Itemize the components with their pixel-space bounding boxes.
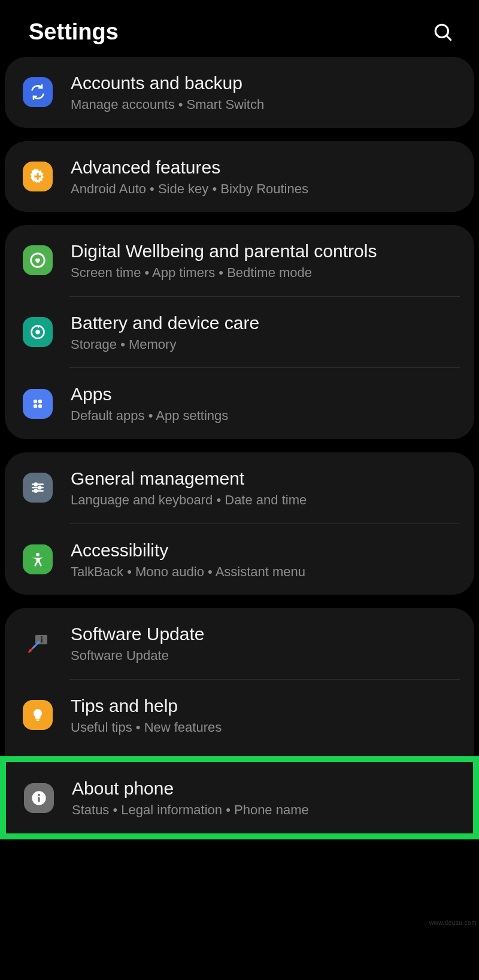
item-subtitle: Status • Legal information • Phone name [72,802,459,819]
svg-point-9 [34,404,37,407]
settings-item-battery-device-care[interactable]: Battery and device care Storage • Memory [5,297,474,368]
settings-group: Accounts and backup Manage accounts • Sm… [5,57,474,128]
item-title: Software Update [71,622,460,646]
settings-group: General management Language and keyboard… [5,452,474,595]
watermark: www.deusu.com [429,920,477,926]
settings-item-advanced-features[interactable]: Advanced features Android Auto • Side ke… [5,141,474,212]
item-text: About phone Status • Legal information •… [72,777,459,819]
item-text: Accessibility TalkBack • Mono audio • As… [71,538,460,581]
item-title: Advanced features [71,156,460,179]
svg-point-20 [41,636,43,638]
item-text: Battery and device care Storage • Memory [71,311,460,354]
item-title: About phone [72,777,459,800]
heart-circle-icon [23,245,53,275]
info-icon [24,783,54,813]
settings-group: Software Update Software Update Tips and… [5,608,474,756]
svg-point-8 [38,399,42,403]
item-subtitle: Screen time • App timers • Bedtime mode [71,264,460,282]
settings-item-digital-wellbeing[interactable]: Digital Wellbeing and parental controls … [5,225,474,296]
item-text: Apps Default apps • App settings [71,382,460,425]
svg-point-14 [35,483,37,486]
svg-point-10 [38,404,42,407]
svg-point-7 [34,399,37,403]
item-text: Tips and help Useful tips • New features [71,694,460,736]
settings-item-apps[interactable]: Apps Default apps • App settings [5,368,474,439]
item-title: Digital Wellbeing and parental controls [71,239,460,263]
settings-item-software-update[interactable]: Software Update Software Update [5,608,474,679]
item-title: Apps [71,382,460,406]
dots-four-icon [23,389,53,419]
item-text: Digital Wellbeing and parental controls … [71,239,460,282]
item-text: Accounts and backup Manage accounts • Sm… [71,71,460,114]
bulb-icon [23,700,53,730]
person-icon [23,544,53,574]
item-subtitle: Language and keyboard • Date and time [71,492,460,509]
settings-item-accessibility[interactable]: Accessibility TalkBack • Mono audio • As… [5,524,474,595]
search-icon [433,22,453,42]
svg-point-17 [36,553,40,556]
item-subtitle: Default apps • App settings [71,407,460,425]
header: Settings [0,0,479,57]
gear-plus-icon [23,162,53,191]
svg-point-6 [35,330,40,334]
svg-rect-28 [38,797,40,802]
svg-rect-25 [36,720,39,721]
svg-line-1 [447,35,451,39]
settings-list: Accounts and backup Manage accounts • Sm… [0,57,479,839]
item-title: Battery and device care [71,311,460,334]
item-title: Tips and help [71,694,460,717]
svg-rect-3 [34,175,41,177]
item-subtitle: Useful tips • New features [71,719,460,736]
item-title: Accounts and backup [71,71,460,95]
settings-item-accounts-backup[interactable]: Accounts and backup Manage accounts • Sm… [5,57,474,128]
svg-point-16 [35,490,37,492]
item-text: General management Language and keyboard… [71,467,460,509]
item-subtitle: Storage • Memory [71,336,460,354]
item-subtitle: Manage accounts • Smart Switch [71,96,460,114]
settings-group: Advanced features Android Auto • Side ke… [5,141,474,212]
settings-group: Digital Wellbeing and parental controls … [5,225,474,439]
svg-rect-19 [41,638,43,643]
item-text: Advanced features Android Auto • Side ke… [71,156,460,198]
item-text: Software Update Software Update [71,622,460,665]
sync-icon [23,77,53,107]
search-button[interactable] [431,20,455,44]
settings-item-about-phone[interactable]: About phone Status • Legal information •… [6,762,473,833]
svg-point-15 [38,486,41,489]
update-arrows-icon [23,628,53,658]
item-title: General management [71,467,460,490]
page-title: Settings [29,19,119,45]
item-subtitle: TalkBack • Mono audio • Assistant menu [71,564,460,581]
item-subtitle: Software Update [71,647,460,665]
settings-item-general-management[interactable]: General management Language and keyboard… [5,452,474,524]
refresh-circle-icon [23,317,53,347]
highlighted-item-wrapper: About phone Status • Legal information •… [0,756,479,839]
item-title: Accessibility [71,538,460,562]
sliders-icon [23,473,53,503]
settings-item-tips-help[interactable]: Tips and help Useful tips • New features [5,680,474,751]
item-subtitle: Android Auto • Side key • Bixby Routines [71,181,460,198]
svg-point-27 [38,793,40,796]
